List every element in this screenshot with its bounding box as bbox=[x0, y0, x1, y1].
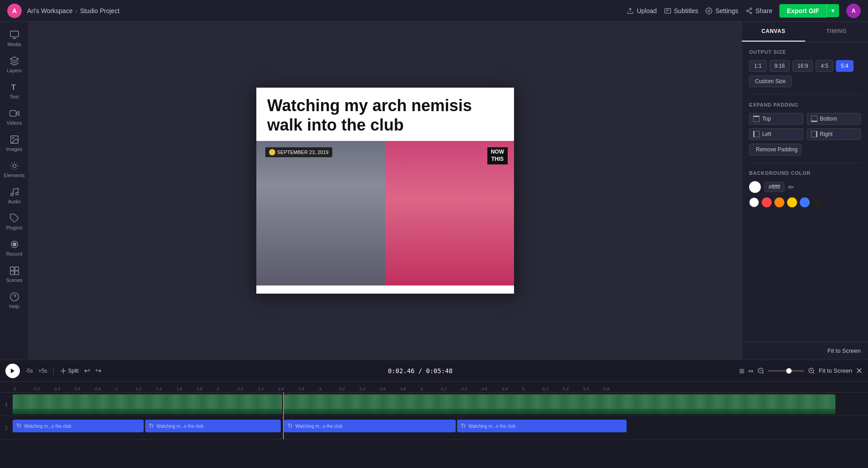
color-presets bbox=[749, 197, 861, 207]
pad-right-icon bbox=[811, 131, 817, 137]
padding-top-button[interactable]: Top bbox=[749, 113, 803, 125]
pad-left-icon bbox=[753, 131, 760, 137]
size-4-5[interactable]: 4:5 bbox=[816, 60, 833, 72]
skip-back-button[interactable]: -5s bbox=[25, 368, 33, 374]
ruler-mark-17: :3.4 bbox=[359, 387, 365, 391]
remove-padding-button[interactable]: Remove Padding bbox=[749, 144, 802, 155]
ruler-mark-8: :1.6 bbox=[175, 387, 182, 391]
custom-size-button[interactable]: Custom Size bbox=[749, 75, 792, 87]
canvas-preview: Watching my arch nemisis walk into the c… bbox=[256, 88, 514, 294]
tab-timing[interactable]: TIMING bbox=[805, 22, 868, 42]
avatar[interactable]: A bbox=[846, 4, 861, 18]
settings-button[interactable]: Settings bbox=[705, 7, 738, 14]
color-preset-white[interactable] bbox=[749, 197, 759, 207]
fit-to-screen-button[interactable]: Fit to Screen bbox=[827, 347, 861, 354]
svg-point-17 bbox=[13, 243, 16, 246]
zoom-out-button[interactable] bbox=[757, 367, 764, 374]
split-button[interactable]: Split bbox=[60, 368, 79, 374]
video-clip-1[interactable] bbox=[13, 394, 282, 414]
padding-left-button[interactable]: Left bbox=[749, 128, 803, 140]
track-row-1: 1 bbox=[0, 393, 868, 416]
playhead-track-2 bbox=[283, 416, 284, 439]
timeline-ruler: :0 :0.2 :0.4 :0.6 :0.8 :1 :1.2 :1.4 :1.6… bbox=[0, 382, 868, 393]
pad-bottom-icon bbox=[811, 116, 817, 122]
upload-button[interactable]: Upload bbox=[627, 7, 656, 14]
right-panel-body: OUTPUT SIZE 1:1 9:16 16:9 4:5 5:4 Custom… bbox=[742, 42, 868, 342]
size-5-4[interactable]: 5:4 bbox=[836, 60, 854, 72]
text-clip-4[interactable]: Tr Watching m...o the club bbox=[457, 420, 627, 432]
canvas-area: Watching my arch nemisis walk into the c… bbox=[29, 22, 741, 360]
svg-text:T: T bbox=[11, 83, 15, 91]
timeline-controls-right: ⊞ ⇔ Fit to Screen ✕ bbox=[739, 366, 863, 376]
breadcrumb-sep: › bbox=[75, 7, 77, 14]
ruler-mark-20: :4 bbox=[420, 387, 423, 391]
sidebar-item-scenes[interactable]: Scenes bbox=[2, 261, 27, 287]
color-hex-value: #ffffff bbox=[764, 182, 784, 192]
sidebar-item-images[interactable]: Images bbox=[2, 130, 27, 156]
color-preset-red[interactable] bbox=[762, 197, 772, 207]
sidebar-item-layers[interactable]: Layers bbox=[2, 51, 27, 78]
ruler-mark-15: :3 bbox=[318, 387, 321, 391]
undo-button[interactable]: ↩ bbox=[84, 366, 90, 375]
timeline-time-display: 0:02.46 / 0:05:48 bbox=[107, 367, 734, 374]
video-clip-2[interactable] bbox=[284, 394, 835, 414]
sidebar-item-help[interactable]: Help bbox=[2, 287, 27, 314]
svg-rect-20 bbox=[10, 271, 14, 275]
export-group: Export GIF ▾ bbox=[779, 4, 839, 18]
ruler-mark-4: :0.8 bbox=[94, 387, 101, 391]
zoom-in-button[interactable] bbox=[808, 367, 815, 374]
export-gif-button[interactable]: Export GIF bbox=[779, 4, 826, 18]
project-link[interactable]: Studio Project bbox=[80, 7, 119, 14]
size-1-1[interactable]: 1:1 bbox=[749, 60, 767, 72]
play-button[interactable] bbox=[5, 364, 20, 378]
svg-rect-19 bbox=[14, 267, 18, 271]
date-dot bbox=[269, 149, 275, 155]
svg-point-1 bbox=[708, 10, 710, 12]
edit-color-button[interactable]: ✏ bbox=[788, 183, 794, 192]
left-sidebar: Media Layers T Text Videos Images Elemen… bbox=[0, 22, 29, 360]
video-figure-left bbox=[256, 141, 398, 285]
timeline-ctrl-1[interactable]: ⊞ bbox=[739, 367, 745, 374]
skip-forward-button[interactable]: +5s bbox=[38, 368, 47, 374]
pad-top-icon bbox=[753, 116, 760, 122]
sidebar-item-videos[interactable]: Videos bbox=[2, 104, 27, 130]
ruler-container: :0 :0.2 :0.4 :0.6 :0.8 :1 :1.2 :1.4 :1.6… bbox=[13, 382, 868, 392]
redo-button[interactable]: ↪ bbox=[95, 366, 101, 375]
workspace-link[interactable]: Ari's Workspace bbox=[27, 7, 72, 14]
close-timeline-button[interactable]: ✕ bbox=[856, 366, 863, 376]
share-button[interactable]: Share bbox=[745, 7, 772, 14]
track-row-2: 2 Tr Watching m...o the club Tr Watching… bbox=[0, 416, 868, 440]
svg-marker-8 bbox=[16, 111, 19, 115]
text-clip-1[interactable]: Tr Watching m...o the club bbox=[13, 420, 144, 432]
bg-color-row: #ffffff ✏ bbox=[749, 181, 861, 193]
color-preset-yellow[interactable] bbox=[787, 197, 797, 207]
text-clip-2[interactable]: Tr Watching m...o the club bbox=[145, 420, 281, 432]
sidebar-item-elements[interactable]: Elements bbox=[2, 156, 27, 183]
zoom-slider[interactable] bbox=[768, 370, 804, 372]
svg-marker-24 bbox=[11, 368, 14, 373]
track-content-1 bbox=[13, 393, 868, 416]
tab-canvas[interactable]: CANVAS bbox=[742, 22, 805, 42]
sidebar-item-record[interactable]: Record bbox=[2, 235, 27, 261]
ruler-mark-1: :0.2 bbox=[33, 387, 40, 391]
sidebar-item-media[interactable]: Media bbox=[2, 25, 27, 51]
padding-right-button[interactable]: Right bbox=[807, 128, 861, 140]
sidebar-item-plugins[interactable]: Plugins bbox=[2, 209, 27, 235]
subtitles-button[interactable]: Subtitles bbox=[664, 7, 698, 14]
active-color-swatch[interactable] bbox=[749, 181, 761, 193]
fit-screen-timeline-button[interactable]: Fit to Screen bbox=[819, 367, 852, 374]
ruler-mark-21: :4.2 bbox=[440, 387, 447, 391]
color-preset-orange[interactable] bbox=[774, 197, 784, 207]
padding-bottom-button[interactable]: Bottom bbox=[807, 113, 861, 125]
color-preset-dark[interactable] bbox=[812, 197, 822, 207]
export-dropdown-button[interactable]: ▾ bbox=[826, 4, 839, 17]
track-num-1: 1 bbox=[0, 402, 13, 407]
size-9-16[interactable]: 9:16 bbox=[769, 60, 790, 72]
padding-grid: Top Bottom Left Right bbox=[749, 113, 861, 140]
color-preset-blue[interactable] bbox=[800, 197, 810, 207]
size-16-9[interactable]: 16:9 bbox=[793, 60, 813, 72]
sidebar-item-audio[interactable]: Audio bbox=[2, 183, 27, 209]
text-clip-3[interactable]: Tr Watching m...o the club bbox=[284, 420, 456, 432]
timeline-ctrl-2[interactable]: ⇔ bbox=[748, 367, 754, 374]
sidebar-item-text[interactable]: T Text bbox=[2, 78, 27, 104]
